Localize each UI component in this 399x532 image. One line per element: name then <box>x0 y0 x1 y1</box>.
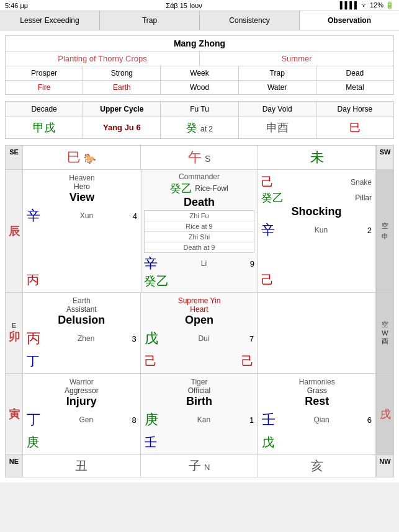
ren-bottom: 壬 <box>145 434 157 451</box>
decade-label: Decade <box>6 102 83 117</box>
xu-ch: 戌 <box>380 407 391 422</box>
xin-ch-2: 辛 <box>144 254 158 273</box>
harmonies-label: Harmonies <box>262 378 372 386</box>
gen-row: 丁 Gen 8 <box>27 410 137 429</box>
day-void-value: 申酉 <box>239 117 316 138</box>
grid-row-2: E 卯 Earth Assistant Delusion 丙 Zhen 3 丁 … <box>6 292 393 374</box>
zhi-shi-text: Zhi Shi <box>145 232 254 242</box>
view-bold: View <box>27 191 137 204</box>
trap-header: Trap <box>239 66 316 80</box>
grass-label: Grass <box>262 386 372 395</box>
water-cell: Water <box>239 81 316 94</box>
ji-bottom-right: 己 <box>261 272 274 288</box>
ne-label: NE <box>6 455 23 477</box>
decade-value: 甲戌 <box>6 117 83 138</box>
tab-trap[interactable]: Trap <box>100 11 200 30</box>
gen-label: Gen <box>79 415 93 424</box>
kong-middle: 空 W 酉 <box>376 293 393 373</box>
shocking-bold: Shocking <box>261 205 372 218</box>
supreme-yin-cell: Supreme Yin Heart Open 戊 Dui 7 己 己 <box>141 293 259 373</box>
chen-ch: 辰 <box>9 224 20 239</box>
warrior-label: Warrior <box>27 378 137 386</box>
gen-num: 8 <box>132 415 136 425</box>
upper-cycle-value: Yang Ju 6 <box>83 117 161 138</box>
metal-cell: Metal <box>316 81 393 94</box>
kun-label: Kun <box>315 226 328 234</box>
death-bold: Death <box>144 196 254 209</box>
birth-bold: Birth <box>145 395 254 408</box>
grid-section: SE 巳 🐎 午 S 未 SW 辰 Heaven Hero <box>5 145 394 477</box>
guiyi-bottom: 癸乙 <box>144 273 254 290</box>
li-num: 9 <box>250 259 254 268</box>
ji-bottom-center: 己 <box>145 353 157 370</box>
yin-ch: 寅 <box>9 407 20 422</box>
mao-ch: 卯 <box>9 329 20 344</box>
center-box: Zhi Fu Rice at 9 Zhi Shi Death at 9 <box>144 210 254 253</box>
planting-subtitle: Planting of Thorny Crops <box>6 51 200 66</box>
e-dir: E <box>12 322 16 329</box>
kong-text-top1: 空 <box>382 221 388 231</box>
tab-lesser-exceeding[interactable]: Lesser Exceeding <box>0 11 100 30</box>
geng-bottom: 庚 <box>27 434 39 451</box>
aggressor-label: Aggressor <box>27 386 137 395</box>
qian-row: 壬 Qian 6 <box>262 410 372 429</box>
ding-bottom: 丁 <box>27 353 39 370</box>
dui-row: 戊 Dui 7 <box>145 329 254 348</box>
grid-row-3: 寅 Warrior Aggressor Injury 丁 Gen 8 庚 Tig… <box>6 374 393 454</box>
kan-label: Kan <box>197 415 210 424</box>
se-label: SE <box>6 146 23 169</box>
chen-label: 辰 <box>6 170 23 292</box>
tiger-official-birth-cell: Tiger Official Birth 庚 Kan 1 壬 <box>141 374 259 454</box>
tab-consistency[interactable]: Consistency <box>200 11 300 30</box>
death-at-9: Death at 9 <box>145 242 254 252</box>
kong-bottom: 戌 <box>376 374 393 454</box>
wood-cell: Wood <box>161 81 238 94</box>
kun-num: 2 <box>367 226 372 235</box>
status-bar: 5:46 μμ Σάβ 15 Ιουν ▌▌▌▌ ᯤ 12% 🔋 <box>0 0 399 11</box>
sw-label: SW <box>376 146 393 169</box>
li-label: Li <box>201 259 207 268</box>
day-void-ch: 申酉 <box>266 122 289 134</box>
day-horse-label: Day Horse <box>316 102 393 117</box>
tab-observation[interactable]: Observation <box>300 11 399 30</box>
s-dir: S <box>205 154 210 164</box>
info-section: Mang Zhong Planting of Thorny Crops Summ… <box>5 35 394 95</box>
heart-label: Heart <box>145 305 254 314</box>
futu-ch: 癸 <box>186 122 197 134</box>
day-horse-value: 巳 <box>316 117 393 138</box>
xin-right-ch: 辛 <box>261 221 275 239</box>
wu-bottom: 戊 <box>262 434 274 451</box>
day-display: Σάβ 15 Ιουν <box>166 2 202 9</box>
subtitle-row: Planting of Thorny Crops Summer <box>6 51 393 66</box>
bottom-cell-ne: 丑 <box>23 455 141 477</box>
wu-ch: 午 <box>188 149 202 165</box>
commander-death-cell: Commander 癸乙 Rice-Fowl Death Zhi Fu Rice… <box>141 170 258 292</box>
qian-label: Qian <box>313 415 329 424</box>
zhen-label: Zhen <box>78 334 94 343</box>
qian-num: 6 <box>367 415 372 425</box>
harmonies-grass-rest-cell: Harmonies Grass Rest 壬 Qian 6 戊 <box>258 374 376 454</box>
geng-ch: 庚 <box>145 410 158 429</box>
element-row: Fire Earth Wood Water Metal <box>6 80 393 94</box>
rice-at-9: Rice at 9 <box>145 221 254 232</box>
dead-header: Dead <box>316 66 393 80</box>
prosper-header: Prosper <box>6 66 83 80</box>
n-dir: N <box>204 463 210 472</box>
element-headers: Prosper Strong Week Trap Dead <box>6 66 393 80</box>
day-void-label: Day Void <box>239 102 316 117</box>
decade-data-row: 甲戌 Yang Ju 6 癸 at 2 申酉 巳 <box>6 117 393 138</box>
kong-w-1: 空 <box>382 320 388 329</box>
li-row: 辛 Li 9 <box>144 254 254 273</box>
top-cell-s: 午 S <box>141 146 259 169</box>
open-right-cell <box>258 293 376 373</box>
fire-cell: Fire <box>6 81 83 94</box>
fu-tu-value: 癸 at 2 <box>161 117 238 138</box>
wei-ch: 未 <box>310 149 324 165</box>
assistant-label: Assistant <box>27 305 137 314</box>
heaven-label: Heaven <box>27 174 137 182</box>
xun-label: Xun <box>80 211 93 220</box>
hai-ch: 亥 <box>311 459 323 472</box>
time-display: 5:46 μμ <box>5 2 28 9</box>
snake-label: Snake <box>351 178 372 187</box>
bing-ch-2: 丙 <box>27 329 40 348</box>
